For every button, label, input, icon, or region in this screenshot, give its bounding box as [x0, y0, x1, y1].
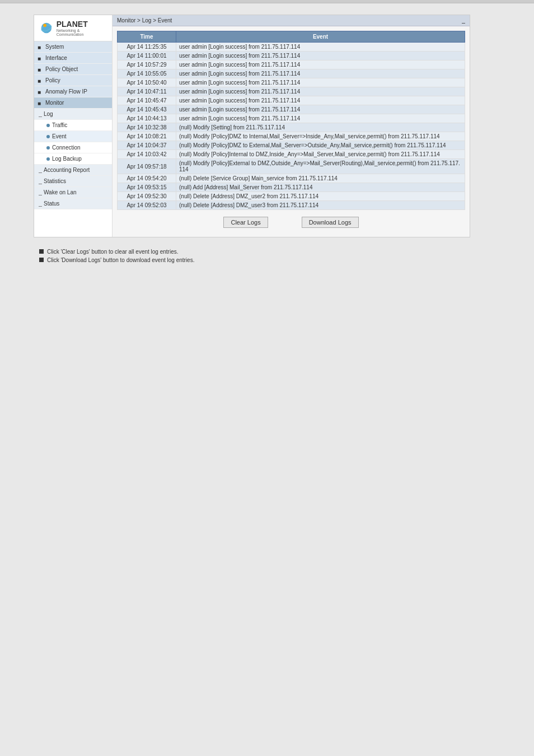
- download-logs-button[interactable]: Download Logs: [302, 217, 359, 228]
- log-backup-bullet: [46, 157, 50, 161]
- table-row: Apr 14 10:44:13user admin [Login success…: [118, 114, 465, 123]
- table-row: Apr 14 10:57:29user admin [Login success…: [118, 60, 465, 69]
- table-cell-time: Apr 14 09:52:30: [118, 192, 176, 201]
- table-cell-time: Apr 14 10:47:11: [118, 87, 176, 96]
- sidebar: PLANET Networking & Communication ■ Syst…: [34, 15, 113, 237]
- table-row: Apr 14 09:53:15(null) Add [Address] Mail…: [118, 183, 465, 192]
- sidebar-item-statistics[interactable]: ⎯ Statistics: [34, 176, 112, 187]
- content-panel: Time Event Apr 14 11:25:35user admin [Lo…: [113, 26, 470, 237]
- table-cell-event: (null) Delete [Service Group] Main_servi…: [176, 174, 465, 183]
- status-expand-icon: ⎯: [39, 200, 42, 207]
- table-cell-time: Apr 14 11:25:35: [118, 43, 176, 52]
- anomaly-icon: ■: [38, 89, 43, 95]
- page-wrapper: PLANET Networking & Communication ■ Syst…: [0, 0, 534, 756]
- table-cell-time: Apr 14 10:08:21: [118, 132, 176, 141]
- table-cell-time: Apr 14 10:45:43: [118, 105, 176, 114]
- table-cell-event: (null) Delete [Address] DMZ_user2 from 2…: [176, 192, 465, 201]
- note-bullet-2: [39, 258, 44, 262]
- table-cell-event: (null) Add [Address] Mail_Server from 21…: [176, 183, 465, 192]
- log-table: Time Event Apr 14 11:25:35user admin [Lo…: [117, 31, 465, 210]
- table-row: Apr 14 10:03:42(null) Modify [Policy]Int…: [118, 150, 465, 159]
- policy-object-icon: ■: [38, 67, 43, 72]
- table-cell-time: Apr 14 11:00:01: [118, 52, 176, 60]
- sidebar-item-monitor[interactable]: ■ Monitor: [34, 97, 112, 109]
- table-row: Apr 14 10:45:43user admin [Login success…: [118, 105, 465, 114]
- sidebar-item-log-backup[interactable]: Log Backup: [34, 153, 112, 165]
- sidebar-item-accounting[interactable]: ⎯ Accounting Report: [34, 165, 112, 176]
- table-cell-time: Apr 14 10:55:05: [118, 69, 176, 78]
- table-row: Apr 14 09:57:18(null) Modify [Policy]Ext…: [118, 159, 465, 174]
- table-row: Apr 14 09:52:03(null) Delete [Address] D…: [118, 201, 465, 210]
- col-header-event: Event: [176, 31, 465, 43]
- table-row: Apr 14 09:52:30(null) Delete [Address] D…: [118, 192, 465, 201]
- table-cell-event: user admin [Login success] from 211.75.1…: [176, 60, 465, 69]
- note-item-2: Click 'Download Logs' button to download…: [39, 257, 528, 263]
- table-cell-event: (null) Modify [Policy]DMZ to Internal,Ma…: [176, 132, 465, 141]
- table-cell-time: Apr 14 09:57:18: [118, 159, 176, 174]
- table-row: Apr 14 09:54:20(null) Delete [Service Gr…: [118, 174, 465, 183]
- wol-expand-icon: ⎯: [39, 189, 42, 195]
- monitor-icon: ■: [38, 100, 43, 106]
- accounting-expand-icon: ⎯: [39, 167, 42, 173]
- svg-point-0: [41, 23, 51, 33]
- collapse-button[interactable]: ⎯: [462, 17, 465, 24]
- note-item-1: Click 'Clear Logs' button to clear all e…: [39, 249, 528, 255]
- table-cell-event: (null) Modify [Policy]DMZ to External,Ma…: [176, 141, 465, 150]
- table-row: Apr 14 10:32:38(null) Modify [Setting] f…: [118, 123, 465, 132]
- table-cell-time: Apr 14 10:03:42: [118, 150, 176, 159]
- sidebar-item-status[interactable]: ⎯ Status: [34, 198, 112, 209]
- table-cell-time: Apr 14 09:52:03: [118, 201, 176, 210]
- svg-point-2: [43, 24, 46, 27]
- breadcrumb: Monitor > Log > Event ⎯: [113, 15, 470, 26]
- table-cell-event: (null) Modify [Setting] from 211.75.117.…: [176, 123, 465, 132]
- table-cell-time: Apr 14 10:04:37: [118, 141, 176, 150]
- bottom-notes: Click 'Clear Logs' button to clear all e…: [39, 249, 528, 265]
- table-cell-time: Apr 14 09:53:15: [118, 183, 176, 192]
- content-area: Monitor > Log > Event ⎯ Time Event: [113, 15, 470, 237]
- sidebar-item-connection[interactable]: Connection: [34, 142, 112, 153]
- sidebar-item-log-parent[interactable]: ⎯ Log: [34, 109, 112, 120]
- table-row: Apr 14 11:25:35user admin [Login success…: [118, 43, 465, 52]
- app-container: PLANET Networking & Communication ■ Syst…: [34, 15, 470, 237]
- interface-icon: ■: [38, 55, 43, 61]
- sidebar-item-event[interactable]: Event: [34, 131, 112, 142]
- note-bullet-1: [39, 249, 44, 254]
- table-row: Apr 14 10:45:47user admin [Login success…: [118, 96, 465, 105]
- statistics-expand-icon: ⎯: [39, 178, 42, 184]
- event-bullet: [46, 135, 50, 138]
- table-cell-time: Apr 14 10:32:38: [118, 123, 176, 132]
- button-row: Clear Logs Download Logs: [117, 212, 465, 232]
- table-row: Apr 14 10:50:40user admin [Login success…: [118, 78, 465, 87]
- table-cell-event: (null) Delete [Address] DMZ_user3 from 2…: [176, 201, 465, 210]
- clear-logs-button[interactable]: Clear Logs: [223, 217, 268, 228]
- table-cell-event: user admin [Login success] from 211.75.1…: [176, 96, 465, 105]
- table-cell-event: user admin [Login success] from 211.75.1…: [176, 87, 465, 96]
- table-cell-time: Apr 14 10:44:13: [118, 114, 176, 123]
- table-cell-event: user admin [Login success] from 211.75.1…: [176, 114, 465, 123]
- table-cell-time: Apr 14 10:45:47: [118, 96, 176, 105]
- traffic-bullet: [46, 124, 50, 127]
- logo-area: PLANET Networking & Communication: [34, 15, 112, 41]
- table-cell-time: Apr 14 10:57:29: [118, 60, 176, 69]
- sidebar-item-system[interactable]: ■ System: [34, 41, 112, 53]
- table-row: Apr 14 10:04:37(null) Modify [Policy]DMZ…: [118, 141, 465, 150]
- table-cell-time: Apr 14 09:54:20: [118, 174, 176, 183]
- logo-text: PLANET Networking & Communication: [39, 20, 107, 36]
- connection-bullet: [46, 146, 50, 150]
- sidebar-item-traffic[interactable]: Traffic: [34, 120, 112, 131]
- logo-subtitle: Networking & Communication: [57, 29, 107, 36]
- col-header-time: Time: [118, 31, 176, 43]
- sidebar-item-interface[interactable]: ■ Interface: [34, 53, 112, 64]
- table-row: Apr 14 11:00:01user admin [Login success…: [118, 52, 465, 60]
- sidebar-item-anomaly[interactable]: ■ Anomaly Flow IP: [34, 86, 112, 97]
- table-cell-event: user admin [Login success] from 211.75.1…: [176, 78, 465, 87]
- sidebar-item-policy[interactable]: ■ Policy: [34, 75, 112, 86]
- table-row: Apr 14 10:47:11user admin [Login success…: [118, 87, 465, 96]
- table-cell-event: (null) Modify [Policy]Internal to DMZ,In…: [176, 150, 465, 159]
- sidebar-menu: ■ System ■ Interface ■ Policy Ob: [34, 41, 112, 209]
- table-cell-event: user admin [Login success] from 211.75.1…: [176, 43, 465, 52]
- system-icon: ■: [38, 44, 43, 50]
- table-cell-event: user admin [Login success] from 211.75.1…: [176, 52, 465, 60]
- sidebar-item-policy-object[interactable]: ■ Policy Object: [34, 64, 112, 75]
- sidebar-item-wake-on-lan[interactable]: ⎯ Wake on Lan: [34, 187, 112, 198]
